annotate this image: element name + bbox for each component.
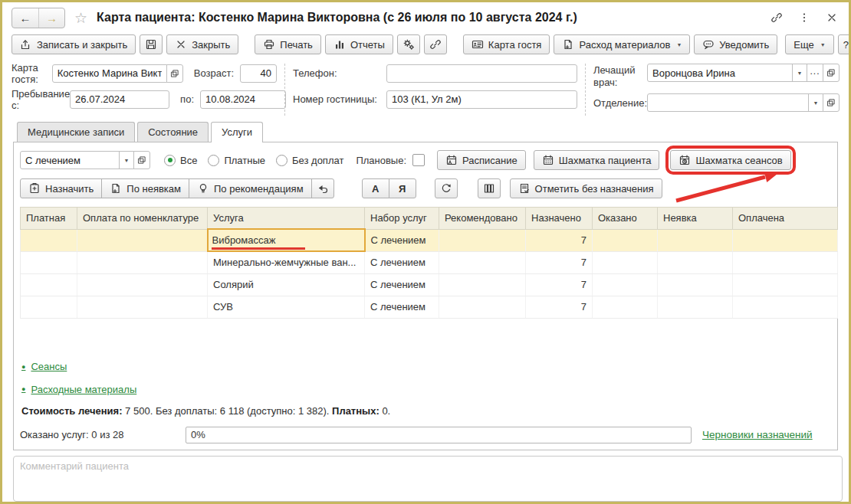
forward-arrow-icon[interactable]: → xyxy=(38,8,64,28)
col-noshow[interactable]: Неявка xyxy=(658,208,733,230)
cell[interactable] xyxy=(77,251,208,273)
tab-medical-records[interactable]: Медицинские записи xyxy=(17,122,135,142)
cell[interactable] xyxy=(21,251,77,273)
course-filter-input[interactable] xyxy=(20,151,120,169)
cell[interactable] xyxy=(733,251,838,273)
materials-link[interactable]: Расходные материалы xyxy=(21,384,136,395)
col-service-set[interactable]: Набор услуг xyxy=(365,208,439,230)
back-arrow-icon[interactable]: ← xyxy=(12,8,38,28)
cell[interactable]: 7 xyxy=(526,273,593,296)
col-payment-nomenclature[interactable]: Оплата по номенклатуре xyxy=(77,208,208,230)
department-input[interactable] xyxy=(647,93,809,112)
cell[interactable]: 7 xyxy=(526,296,593,318)
cell[interactable] xyxy=(733,273,838,296)
col-assigned[interactable]: Назначено xyxy=(526,208,593,230)
cell[interactable]: 7 xyxy=(526,251,593,273)
cell[interactable]: Минерально-жемчужные ван... xyxy=(208,251,365,273)
tab-status[interactable]: Состояние xyxy=(137,122,209,142)
cell[interactable] xyxy=(21,229,77,251)
stay-from-input[interactable] xyxy=(70,90,169,109)
col-paid-status[interactable]: Оплачена xyxy=(733,208,838,230)
sessions-grid-button[interactable]: Шахматка сеансов xyxy=(670,150,790,170)
cell[interactable] xyxy=(21,273,77,296)
cell[interactable] xyxy=(77,273,208,296)
cell[interactable] xyxy=(439,273,526,296)
patient-grid-button[interactable]: Шахматка пациента xyxy=(534,150,660,170)
cell[interactable] xyxy=(593,296,658,318)
guest-card-button[interactable]: Карта гостя xyxy=(463,34,550,54)
columns-settings-button[interactable] xyxy=(478,178,501,198)
cell[interactable] xyxy=(658,251,733,273)
cell[interactable] xyxy=(733,229,838,251)
cell[interactable] xyxy=(21,296,77,318)
open-icon[interactable] xyxy=(166,64,183,83)
cell[interactable] xyxy=(733,296,838,318)
cell[interactable]: С лечением xyxy=(365,296,439,318)
cell[interactable]: Солярий xyxy=(208,273,365,296)
table-row[interactable]: Минерально-жемчужные ван... С лечением 7 xyxy=(21,251,838,273)
doctor-more-button[interactable]: ... xyxy=(807,64,823,82)
patient-comment-input[interactable] xyxy=(13,456,843,502)
cell[interactable] xyxy=(658,229,733,251)
cell[interactable] xyxy=(439,251,526,273)
get-link-button[interactable] xyxy=(424,34,447,54)
radio-paid[interactable] xyxy=(208,155,219,166)
age-input[interactable] xyxy=(240,64,277,83)
col-rendered[interactable]: Оказано xyxy=(593,208,658,230)
cell[interactable] xyxy=(593,251,658,273)
stay-to-input[interactable] xyxy=(200,90,286,109)
chevron-down-icon[interactable]: ▼ xyxy=(792,64,807,82)
col-service[interactable]: Услуга xyxy=(208,208,365,230)
sessions-link[interactable]: Сеансы xyxy=(21,361,67,372)
radio-nosurcharge[interactable] xyxy=(276,155,288,166)
doctor-input[interactable] xyxy=(647,64,793,82)
cell[interactable]: 7 xyxy=(526,229,593,251)
phone-input[interactable] xyxy=(386,64,577,83)
active-cell-service[interactable]: Вибромассаж xyxy=(208,229,365,251)
undo-button[interactable] xyxy=(311,178,334,198)
by-recommendations-button[interactable]: По рекомендациям xyxy=(189,178,312,198)
by-noshow-button[interactable]: По неявкам xyxy=(101,178,189,198)
open-icon[interactable] xyxy=(823,93,840,112)
close-icon[interactable] xyxy=(826,11,838,24)
col-recommended[interactable]: Рекомендовано xyxy=(439,208,526,230)
save-close-button[interactable]: Записать и закрыть xyxy=(12,34,136,54)
table-row[interactable]: СУВ С лечением 7 xyxy=(21,296,838,318)
chevron-down-icon[interactable]: ▼ xyxy=(808,93,823,112)
mark-without-assignment-button[interactable]: Отметить без назначения xyxy=(510,178,662,198)
cell[interactable]: СУВ xyxy=(208,296,365,318)
open-icon[interactable] xyxy=(823,64,840,82)
more-button[interactable]: Еще ▼ xyxy=(785,34,833,54)
planned-checkbox[interactable] xyxy=(412,154,425,166)
open-icon[interactable] xyxy=(133,151,150,169)
table-row[interactable]: Солярий С лечением 7 xyxy=(21,273,838,296)
cell[interactable]: С лечением xyxy=(365,229,439,251)
cell[interactable] xyxy=(593,273,658,296)
notify-button[interactable]: Уведомить xyxy=(694,34,777,54)
cell[interactable] xyxy=(658,273,733,296)
cell[interactable] xyxy=(439,229,526,251)
cell[interactable]: С лечением xyxy=(365,273,439,296)
guest-card-input[interactable] xyxy=(52,64,167,83)
settings-gears-button[interactable] xyxy=(397,34,420,54)
col-paid[interactable]: Платная xyxy=(21,208,77,230)
reports-button[interactable]: Отчеты xyxy=(325,34,393,54)
cell[interactable] xyxy=(439,296,526,318)
sort-ya-button[interactable]: Я xyxy=(389,178,416,198)
link-icon[interactable] xyxy=(770,11,783,24)
print-button[interactable]: Печать xyxy=(255,34,321,54)
cell[interactable]: С лечением xyxy=(365,251,439,273)
schedule-button[interactable]: Расписание xyxy=(437,150,526,170)
kebab-menu-icon[interactable] xyxy=(798,11,810,24)
drafts-link[interactable]: Черновики назначений xyxy=(702,429,813,440)
save-button[interactable] xyxy=(140,34,163,54)
materials-expense-button[interactable]: Расход материалов ▼ xyxy=(554,34,690,54)
tab-services[interactable]: Услуги xyxy=(211,122,263,142)
sort-a-button[interactable]: А xyxy=(362,178,389,198)
cell[interactable] xyxy=(593,229,658,251)
cell[interactable] xyxy=(658,296,733,318)
cell[interactable] xyxy=(77,229,208,251)
favorite-star-icon[interactable]: ☆ xyxy=(73,9,89,27)
table-row[interactable]: Вибромассаж С лечением 7 xyxy=(21,229,838,251)
assign-button[interactable]: Назначить xyxy=(20,178,102,198)
